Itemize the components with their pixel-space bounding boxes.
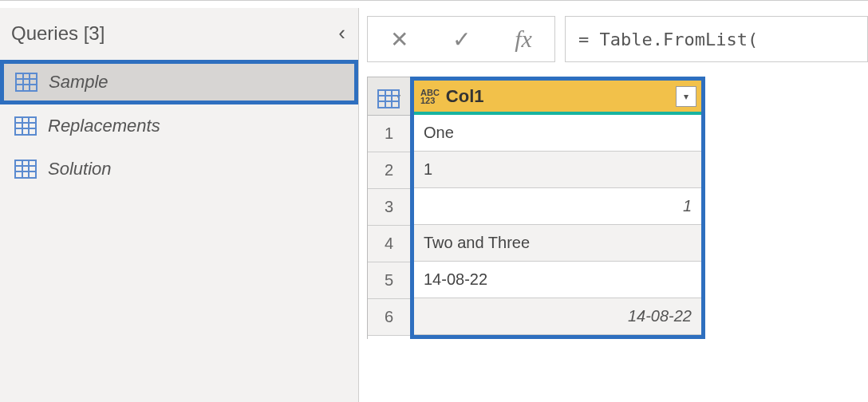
data-cell[interactable]: 1 (414, 152, 701, 188)
formula-text: = Table.FromList( (578, 30, 758, 49)
query-item-label: Sample (49, 72, 108, 93)
data-cell[interactable]: One (414, 115, 701, 152)
row-number[interactable]: 5 (368, 262, 410, 299)
table-corner-button[interactable]: ▾ (368, 77, 410, 116)
row-number[interactable]: 6 (368, 299, 410, 336)
collapse-pane-button[interactable]: ‹ (338, 21, 345, 45)
table-icon (15, 73, 37, 92)
row-gutter: ▾ 1 2 3 4 5 6 (367, 77, 410, 339)
svg-rect-10 (15, 160, 36, 178)
column-name: Col1 (446, 86, 484, 107)
content-pane: ✕ ✓ fx = Table.FromList( ▾ 1 2 3 4 (359, 8, 868, 402)
fx-button[interactable]: fx (492, 17, 554, 61)
svg-rect-15 (378, 90, 399, 108)
commit-formula-button[interactable]: ✓ (430, 17, 492, 61)
data-cell[interactable]: 1 (414, 188, 701, 225)
queries-title: Queries [3] (11, 22, 105, 45)
data-cell[interactable]: Two and Three (414, 225, 701, 262)
svg-rect-5 (15, 117, 36, 135)
formula-input[interactable]: = Table.FromList( (565, 16, 868, 62)
svg-rect-0 (16, 73, 37, 91)
row-number[interactable]: 4 (368, 226, 410, 262)
table-icon (14, 116, 37, 136)
cancel-formula-button[interactable]: ✕ (368, 17, 430, 61)
data-cell[interactable]: 14-08-22 (414, 298, 701, 335)
formula-bar: ✕ ✓ fx = Table.FromList( (367, 16, 868, 62)
data-cell[interactable]: 14-08-22 (414, 262, 701, 298)
row-number[interactable]: 2 (368, 152, 410, 189)
column-header[interactable]: ABC 123 Col1 ▾ (414, 81, 701, 115)
queries-pane: Queries [3] ‹ Sample Replacements Soluti… (0, 8, 359, 402)
query-item-solution[interactable]: Solution (0, 148, 358, 191)
query-item-label: Solution (48, 159, 112, 179)
row-number[interactable]: 1 (368, 116, 410, 152)
query-item-replacements[interactable]: Replacements (0, 104, 358, 148)
query-item-sample[interactable]: Sample (0, 60, 358, 104)
data-table: ▾ 1 2 3 4 5 6 ABC 123 Col1 (367, 77, 868, 339)
query-item-label: Replacements (48, 116, 160, 136)
data-type-icon[interactable]: ABC 123 (420, 89, 440, 104)
table-icon (377, 89, 393, 104)
column-filter-button[interactable]: ▾ (676, 86, 696, 107)
table-icon (14, 160, 37, 179)
row-number[interactable]: 3 (368, 189, 410, 226)
chevron-down-icon: ▾ (684, 91, 688, 102)
